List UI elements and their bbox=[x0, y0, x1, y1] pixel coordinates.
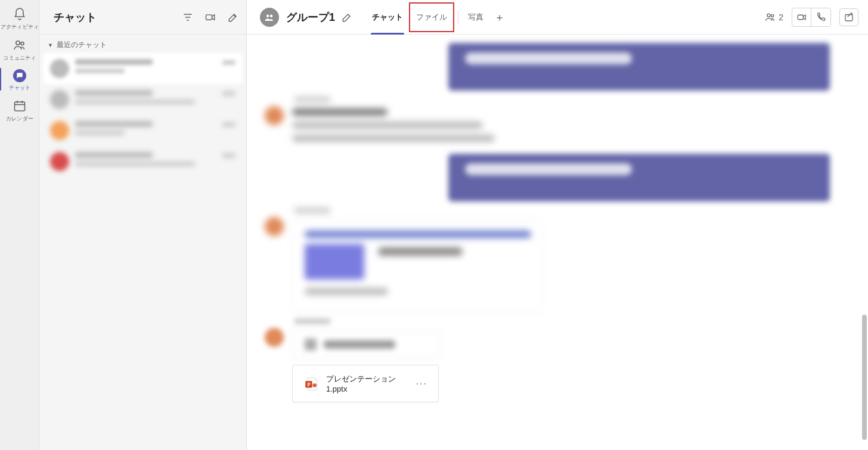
video-call-button[interactable] bbox=[792, 8, 811, 26]
avatar bbox=[265, 106, 284, 125]
svg-rect-2 bbox=[14, 102, 24, 111]
bell-icon bbox=[13, 7, 27, 21]
recent-chats-label: 最近のチャット bbox=[57, 41, 107, 49]
chat-panel-title: チャット bbox=[54, 10, 97, 24]
chat-item[interactable] bbox=[43, 115, 243, 146]
rail-calendar-label: カレンダー bbox=[6, 115, 33, 123]
people-icon bbox=[13, 38, 27, 52]
svg-point-0 bbox=[16, 41, 19, 45]
conversation-header: グループ1 チャット ファイル 写真 ＋ 2 bbox=[247, 0, 868, 35]
group-avatar bbox=[260, 8, 279, 27]
chat-list bbox=[39, 53, 246, 177]
avatar bbox=[265, 328, 284, 347]
file-attachment-card[interactable]: P プレゼンテーション1.pptx ··· bbox=[292, 365, 439, 402]
svg-rect-3 bbox=[206, 14, 212, 19]
scrollbar-thumb[interactable] bbox=[862, 315, 867, 440]
svg-rect-8 bbox=[798, 15, 803, 20]
svg-point-1 bbox=[21, 42, 24, 45]
avatar bbox=[50, 59, 69, 78]
chat-item[interactable] bbox=[43, 146, 243, 177]
avatar bbox=[50, 90, 69, 109]
edit-icon[interactable] bbox=[341, 11, 353, 23]
tab-chat[interactable]: チャット bbox=[366, 0, 409, 35]
chat-list-panel: チャット ▼ 最近のチャット bbox=[39, 0, 247, 450]
avatar bbox=[265, 217, 284, 236]
outgoing-message bbox=[261, 43, 830, 91]
add-tab-icon[interactable]: ＋ bbox=[489, 10, 510, 24]
outgoing-message bbox=[261, 154, 830, 201]
incoming-message bbox=[261, 97, 854, 148]
rail-activity[interactable]: アクティビティ bbox=[0, 2, 39, 33]
chat-item[interactable] bbox=[43, 53, 243, 84]
svg-text:P: P bbox=[307, 382, 310, 387]
svg-point-6 bbox=[767, 14, 770, 17]
svg-point-12 bbox=[312, 383, 317, 387]
rail-community-label: コミュニティ bbox=[3, 54, 36, 62]
app-rail: アクティビティ コミュニティ チャット カレンダー bbox=[0, 0, 39, 450]
rail-calendar[interactable]: カレンダー bbox=[0, 94, 39, 125]
video-icon[interactable] bbox=[204, 11, 216, 23]
participants-button[interactable]: 2 bbox=[764, 11, 783, 23]
chat-item[interactable] bbox=[43, 84, 243, 115]
rail-activity-label: アクティビティ bbox=[0, 23, 38, 31]
svg-point-4 bbox=[266, 14, 269, 17]
group-title: グループ1 bbox=[286, 10, 335, 24]
chat-panel-header: チャット bbox=[39, 0, 246, 35]
popout-button[interactable] bbox=[839, 8, 858, 26]
tab-file[interactable]: ファイル bbox=[409, 2, 454, 32]
participants-count: 2 bbox=[779, 13, 783, 22]
rail-community[interactable]: コミュニティ bbox=[0, 33, 39, 64]
main-area: グループ1 チャット ファイル 写真 ＋ 2 bbox=[247, 0, 868, 450]
tab-photo[interactable]: 写真 bbox=[462, 0, 489, 35]
powerpoint-icon: P bbox=[303, 376, 319, 392]
incoming-message bbox=[261, 207, 854, 312]
more-options-icon[interactable]: ··· bbox=[416, 378, 427, 389]
compose-icon[interactable] bbox=[227, 11, 239, 23]
incoming-file-message: P プレゼンテーション1.pptx ··· bbox=[261, 318, 854, 402]
audio-call-button[interactable] bbox=[811, 8, 830, 26]
tab-divider bbox=[458, 11, 458, 24]
file-name: プレゼンテーション1.pptx bbox=[326, 374, 409, 393]
chevron-down-icon: ▼ bbox=[48, 42, 53, 48]
svg-point-7 bbox=[771, 14, 774, 17]
avatar bbox=[50, 152, 69, 171]
rail-chat-label: チャット bbox=[8, 84, 30, 92]
filter-icon[interactable] bbox=[182, 11, 194, 23]
avatar bbox=[50, 121, 69, 140]
chat-icon bbox=[13, 69, 26, 82]
rail-chat[interactable]: チャット bbox=[0, 64, 39, 94]
svg-point-5 bbox=[270, 14, 273, 17]
recent-chats-toggle[interactable]: ▼ 最近のチャット bbox=[39, 35, 246, 53]
conversation-messages: P プレゼンテーション1.pptx ··· bbox=[247, 35, 868, 450]
scrollbar[interactable] bbox=[861, 35, 867, 450]
conversation-tabs: チャット ファイル 写真 ＋ bbox=[366, 0, 510, 35]
calendar-icon bbox=[13, 99, 27, 113]
